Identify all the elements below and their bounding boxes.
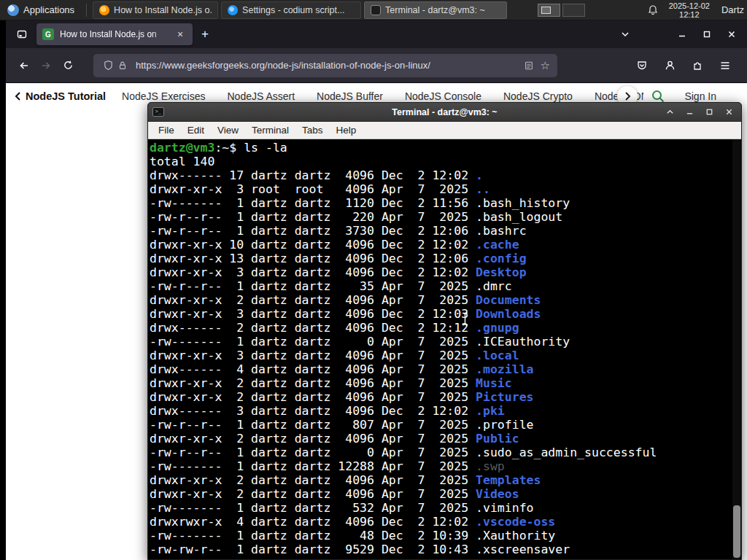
url-input[interactable]: https://www.geeksforgeeks.org/node-js/in…	[93, 54, 557, 77]
chevron-left-icon[interactable]	[15, 91, 21, 101]
menu-tabs[interactable]: Tabs	[296, 123, 329, 137]
terminal-body[interactable]: dartz@vm3:~$ ls -la total 140 drwx------…	[148, 139, 741, 559]
new-tab-button[interactable]: +	[196, 25, 214, 44]
file-name: Desktop	[476, 265, 527, 279]
pocket-icon[interactable]	[633, 57, 651, 74]
menu-file[interactable]: File	[152, 123, 180, 137]
taskbar-item-terminal[interactable]: Terminal - dartz@vm3: ~	[364, 1, 507, 19]
taskbar-item-browser[interactable]: How to Install Node.js o...	[93, 1, 218, 19]
workspace-2[interactable]	[562, 4, 585, 17]
terminal-output-line: drwxr-xr-x 2 dartz dartz 4096 Apr 7 2025…	[150, 293, 731, 307]
terminal-output-line: -rw------- 1 dartz dartz 532 Apr 7 2025 …	[150, 501, 731, 515]
terminal-minimize-icon[interactable]	[684, 107, 694, 117]
terminal-output-line: -rw-r--r-- 1 dartz dartz 220 Apr 7 2025 …	[150, 210, 731, 224]
file-name: .config	[476, 252, 527, 265]
file-name: Pictures	[476, 390, 533, 404]
file-name: .xscreensaver	[476, 542, 570, 556]
window-close-button[interactable]	[722, 26, 741, 43]
workspace-pager[interactable]	[538, 4, 585, 17]
menu-view[interactable]: View	[212, 123, 244, 137]
terminal-window: >_ Terminal - dartz@vm3: ~ File Edit	[147, 102, 742, 560]
menu-edit[interactable]: Edit	[182, 123, 210, 137]
gfg-nav-link[interactable]: NodeJS Crypto	[503, 90, 573, 102]
terminal-output-line: drwxr-xr-x 3 dartz dartz 4096 Dec 2 12:0…	[150, 307, 731, 321]
terminal-output-line: drwxr-xr-x 3 dartz dartz 4096 Apr 7 2025…	[150, 349, 731, 362]
terminal-total-line: total 140	[150, 155, 731, 168]
gfg-nav-primary[interactable]: NodeJS Tutorial	[15, 90, 106, 102]
gfg-nav-link[interactable]: NodeJS Exercises	[122, 90, 205, 102]
lock-icon[interactable]	[115, 58, 130, 73]
menu-hamburger-icon[interactable]	[716, 57, 734, 74]
gfg-nav-links: NodeJS Exercises NodeJS Assert NodeJS Bu…	[122, 90, 643, 102]
terminal-title-bar[interactable]: >_ Terminal - dartz@vm3: ~	[148, 103, 741, 122]
reload-icon[interactable]	[57, 55, 79, 77]
gfg-nav-tutorial-label[interactable]: NodeJS Tutorial	[26, 90, 106, 102]
search-icon[interactable]	[651, 89, 665, 104]
applications-menu-button[interactable]: Applications	[0, 0, 82, 20]
desktop: G How to Install Node.js on × +	[0, 0, 747, 560]
terminal-output-line: drwxr-xr-x 2 dartz dartz 4096 Apr 7 2025…	[150, 487, 731, 501]
tab-close-button[interactable]: ×	[174, 28, 187, 41]
menu-terminal[interactable]: Terminal	[246, 123, 295, 137]
forward-icon[interactable]	[35, 55, 57, 77]
terminal-output-line: drwxr-xr-x 2 dartz dartz 4096 Apr 7 2025…	[150, 390, 731, 404]
terminal-output-line: -rw------- 1 dartz dartz 12288 Apr 7 202…	[150, 459, 731, 473]
tab-title: How to Install Node.js on	[60, 29, 174, 39]
file-name: .local	[476, 349, 519, 362]
terminal-output-line: -rw-rw-r-- 1 dartz dartz 9529 Dec 2 10:4…	[150, 542, 731, 556]
terminal-maximize-icon[interactable]	[704, 107, 714, 117]
menu-help[interactable]: Help	[330, 123, 363, 137]
terminal-output-line: -rw-r--r-- 1 dartz dartz 35 Apr 7 2025 .…	[150, 279, 731, 293]
terminal-output-line: drwxr-xr-x 2 dartz dartz 4096 Apr 7 2025…	[150, 432, 731, 446]
browser-tab[interactable]: G How to Install Node.js on ×	[36, 23, 193, 45]
notification-bell-icon[interactable]	[647, 4, 659, 16]
bookmark-star-icon[interactable]: ☆	[541, 59, 550, 72]
tracking-shield-icon[interactable]	[101, 58, 115, 73]
distro-logo-icon	[7, 4, 19, 16]
firefox-view-icon[interactable]	[12, 25, 32, 44]
clock-date: 2025-12-02	[669, 1, 710, 10]
terminal-output-line: -rw-r--r-- 1 dartz dartz 3730 Dec 2 12:0…	[150, 224, 731, 238]
file-name: .bash_history	[476, 196, 570, 210]
account-icon[interactable]	[661, 57, 678, 74]
terminal-menu-bar: File Edit View Terminal Tabs Help	[148, 122, 741, 139]
mouse-cursor	[461, 312, 469, 326]
terminal-listing: drwx------ 17 dartz dartz 4096 Dec 2 12:…	[150, 168, 731, 556]
panel-clock[interactable]: 2025-12-02 12:12	[669, 1, 710, 19]
terminal-app-icon: >_	[152, 107, 164, 117]
file-name: ..	[476, 182, 490, 196]
firefox-icon	[99, 5, 109, 15]
extensions-icon[interactable]	[689, 57, 706, 74]
file-name: .ICEauthority	[476, 335, 570, 349]
reader-view-icon[interactable]	[522, 58, 536, 73]
file-name: .sudo_as_admin_successful	[476, 446, 657, 459]
clock-time: 12:12	[679, 10, 700, 19]
terminal-shade-icon[interactable]	[665, 107, 675, 117]
file-name: .	[476, 168, 483, 182]
file-name: .bashrc	[476, 224, 527, 238]
applications-label: Applications	[23, 4, 74, 15]
gfg-nav-link[interactable]: NodeJS Buffer	[317, 90, 383, 102]
taskbar-item-codium[interactable]: Settings - codium script...	[221, 1, 361, 19]
sign-in-button[interactable]: Sign In	[684, 90, 716, 102]
terminal-output-line: drwxr-xr-x 2 dartz dartz 4096 Apr 7 2025…	[150, 376, 731, 390]
terminal-output-line: -rw------- 1 dartz dartz 1120 Dec 2 11:5…	[150, 196, 731, 210]
browser-toolbar: https://www.geeksforgeeks.org/node-js/in…	[6, 48, 747, 83]
window-minimize-button[interactable]	[673, 26, 692, 43]
terminal-close-icon[interactable]	[724, 107, 734, 117]
file-name: Downloads	[476, 307, 541, 321]
back-icon[interactable]	[13, 55, 35, 77]
workspace-1[interactable]	[538, 4, 560, 17]
file-name: .Xauthority	[476, 529, 555, 542]
file-name: .vscode-oss	[476, 515, 555, 529]
gfg-nav-link[interactable]: NodeJS Assert	[228, 90, 295, 102]
list-all-tabs-icon[interactable]	[616, 26, 635, 43]
gfg-nav-link[interactable]: NodeJS Console	[405, 90, 481, 102]
file-name: .viminfo	[476, 501, 533, 515]
file-name: Videos	[476, 487, 519, 501]
window-restore-button[interactable]	[697, 26, 716, 43]
terminal-scrollbar[interactable]	[732, 139, 741, 559]
file-name: Music	[476, 376, 512, 390]
terminal-output-line: drwxr-xr-x 3 dartz dartz 4096 Dec 2 12:0…	[150, 265, 731, 279]
terminal-scrollbar-thumb[interactable]	[733, 505, 740, 558]
